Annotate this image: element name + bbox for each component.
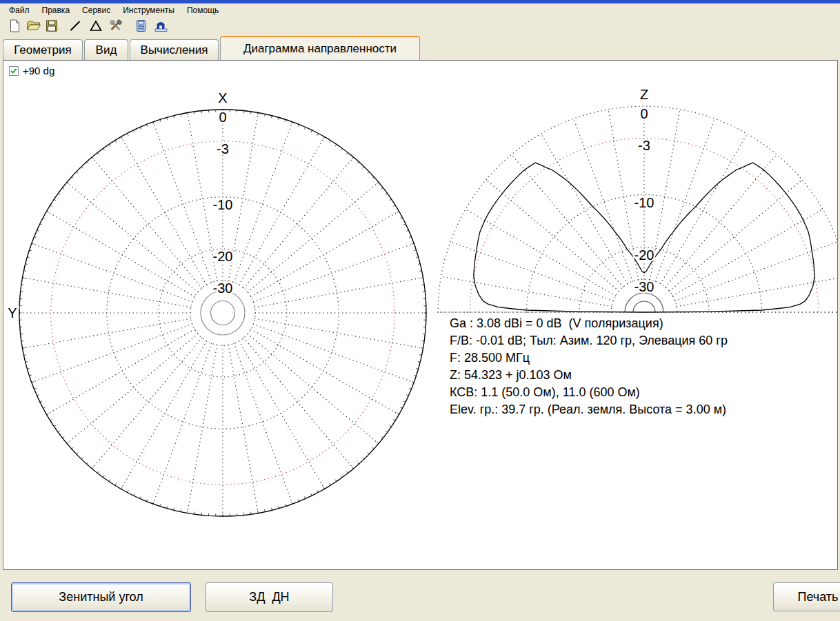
calculate-icon[interactable] xyxy=(133,19,148,33)
tab-strip: ГеометрияВидВычисленияДиаграмма направле… xyxy=(0,36,840,60)
optimize-tools-icon[interactable] xyxy=(108,19,123,33)
ring-label: -10 xyxy=(634,195,654,210)
tab-view[interactable]: Вид xyxy=(84,39,128,60)
menu-item-help[interactable]: Помощь xyxy=(181,4,225,17)
tab-calculations[interactable]: Вычисления xyxy=(130,39,219,60)
ring-label: -30 xyxy=(634,279,654,294)
radiation-pattern-panel: +90 dg 0-3-10-20-30XY0-3-10-20-30Z Ga : … xyxy=(3,60,838,570)
zenith-angle-button[interactable]: Зенитный угол xyxy=(11,582,191,612)
wire-line-icon[interactable] xyxy=(68,19,83,33)
elevation-pattern-chart: 0-3-10-20-30Z xyxy=(438,87,838,312)
axis-label-left: Y xyxy=(8,305,17,320)
ring-label: -3 xyxy=(638,138,650,153)
stats-line: F: 28.500 МГц xyxy=(450,349,728,367)
bottom-bar: Зенитный угол ЗД ДН Показать ДН для поля… xyxy=(0,570,840,621)
save-icon[interactable] xyxy=(44,19,59,33)
checkbox-box[interactable] xyxy=(9,66,19,76)
antenna-stats-block: Ga : 3.08 dBi = 0 dB (V поляризация)F/B:… xyxy=(450,315,728,418)
ring-label: -20 xyxy=(634,247,654,263)
ring-label: -10 xyxy=(213,197,233,212)
ring-label: 0 xyxy=(640,106,648,121)
stats-line: Ga : 3.08 dBi = 0 dB (V поляризация) xyxy=(450,315,728,332)
menu-item-service[interactable]: Сервис xyxy=(76,4,117,17)
ring-label: -20 xyxy=(213,249,233,264)
stats-line: Z: 54.323 + j0.103 Ом xyxy=(450,367,728,384)
stats-line: КСВ: 1.1 (50.0 Ом), 11.0 (600 Ом) xyxy=(450,384,728,401)
print-button[interactable]: Печать xyxy=(773,582,840,611)
menu-bar: ФайлПравкаСервисИнструментыПомощь xyxy=(0,3,840,17)
menu-item-tools[interactable]: Инструменты xyxy=(117,4,181,17)
azimuth-pattern-chart: 0-3-10-20-30XY xyxy=(8,90,426,516)
new-file-icon[interactable] xyxy=(7,19,22,33)
stats-line: Elev. гр.: 39.7 гр. (Реал. земля. Высота… xyxy=(450,401,728,418)
pattern-3d-button[interactable]: ЗД ДН xyxy=(206,582,333,612)
check-icon xyxy=(10,67,18,75)
ring-label: -3 xyxy=(217,141,229,156)
checkbox-label: +90 dg xyxy=(23,65,54,77)
tab-pattern[interactable]: Диаграмма направленности xyxy=(220,36,420,60)
axis-label-top: X xyxy=(218,90,227,105)
stats-line: F/B: -0.01 dB; Тыл: Азим. 120 гр, Элевац… xyxy=(450,332,728,349)
plus90-checkbox[interactable]: +90 dg xyxy=(9,65,54,77)
ring-label: 0 xyxy=(219,110,226,125)
menu-item-edit[interactable]: Правка xyxy=(36,4,77,17)
open-file-icon[interactable] xyxy=(26,19,41,33)
toolbar xyxy=(0,17,840,35)
app-window: ФайлПравкаСервисИнструментыПомощь Геомет… xyxy=(0,0,840,621)
pattern-view-icon[interactable] xyxy=(153,19,168,33)
tab-geometry[interactable]: Геометрия xyxy=(3,39,83,60)
ring-label: -30 xyxy=(213,281,233,296)
axis-label-top: Z xyxy=(640,87,648,102)
menu-item-file[interactable]: Файл xyxy=(3,4,36,17)
element-triangle-icon[interactable] xyxy=(88,19,103,33)
